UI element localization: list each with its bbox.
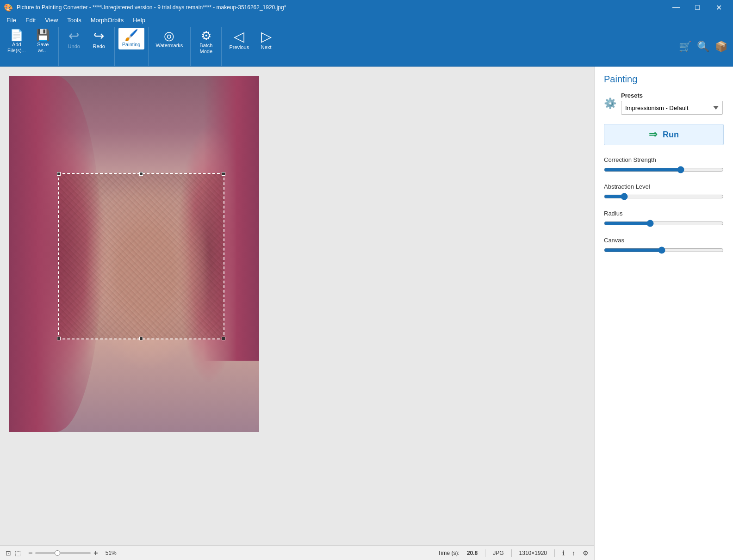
selection-handle-tl[interactable] bbox=[57, 172, 61, 176]
radius-slider[interactable] bbox=[604, 220, 724, 227]
batch-label: BatchMode bbox=[199, 43, 212, 55]
watermarks-button[interactable]: ◎ Watermarks bbox=[152, 28, 187, 50]
ribbon-row: 📄 AddFile(s)... 💾 Saveas... bbox=[4, 28, 55, 55]
watermarks-icon: ◎ bbox=[164, 30, 174, 42]
run-arrow-icon: ⇒ bbox=[649, 129, 657, 141]
zoom-controls: − + bbox=[28, 549, 98, 557]
abstraction-level-label: Abstraction Level bbox=[604, 183, 724, 190]
ribbon-row-painting: 🖌️ Painting bbox=[118, 28, 144, 49]
previous-button[interactable]: ◁ Previous bbox=[225, 28, 253, 52]
time-label: Time (s): bbox=[438, 550, 460, 556]
presets-label: Presets bbox=[621, 92, 723, 99]
info-icon[interactable]: ℹ bbox=[562, 549, 565, 557]
separator3 bbox=[554, 549, 555, 557]
ribbon-group-file: 📄 AddFile(s)... 💾 Saveas... bbox=[0, 27, 59, 66]
title-bar-left: 🎨 Picture to Painting Converter - ****Un… bbox=[4, 3, 286, 12]
time-value: 20.8 bbox=[467, 550, 478, 556]
save-as-button[interactable]: 💾 Saveas... bbox=[31, 28, 55, 55]
share-icon[interactable]: ↑ bbox=[572, 549, 575, 557]
save-icon: 💾 bbox=[36, 30, 50, 41]
add-file-button[interactable]: 📄 AddFile(s)... bbox=[4, 28, 30, 55]
main-image bbox=[9, 76, 259, 432]
canvas-content[interactable] bbox=[0, 67, 594, 545]
undo-icon: ↩ bbox=[68, 30, 79, 43]
next-label: Next bbox=[261, 44, 272, 50]
batch-icon: ⚙ bbox=[201, 30, 211, 42]
menu-bar: File Edit View Tools MorphOrbits Help bbox=[0, 15, 733, 25]
correction-strength-slider[interactable] bbox=[604, 166, 724, 173]
image-dimensions: 1310×1920 bbox=[519, 550, 547, 556]
zoom-out-button[interactable]: − bbox=[28, 549, 32, 557]
previous-label: Previous bbox=[229, 44, 249, 50]
redo-label: Redo bbox=[93, 43, 105, 49]
ribbon: 📄 AddFile(s)... 💾 Saveas... ↩ Undo ↪ Red… bbox=[0, 25, 733, 67]
ribbon-group-painting: 🖌️ Painting bbox=[115, 27, 149, 66]
menu-help[interactable]: Help bbox=[128, 16, 150, 25]
menu-softorbits[interactable]: MorphOrbits bbox=[86, 16, 129, 25]
abstraction-level-section: Abstraction Level bbox=[604, 183, 724, 202]
canvas-section: Canvas bbox=[604, 237, 724, 255]
add-file-label: AddFile(s)... bbox=[7, 42, 26, 54]
panel-title: Painting bbox=[595, 67, 733, 88]
main-layout: ⊡ ⬚ − + 51% Time (s): 20.8 JPG 1310×1920… bbox=[0, 67, 733, 560]
title-bar-controls: — □ ✕ bbox=[665, 0, 729, 15]
presets-icon: ⚙️ bbox=[604, 98, 616, 110]
app-title: Picture to Painting Converter - ****Unre… bbox=[17, 4, 286, 11]
title-bar: 🎨 Picture to Painting Converter - ****Un… bbox=[0, 0, 733, 15]
selection-handle-br[interactable] bbox=[222, 337, 225, 340]
right-panel: Painting ⚙️ Presets Impressionism - Defa… bbox=[594, 67, 733, 560]
image-wrapper bbox=[9, 76, 259, 432]
ribbon-group-nav: ◁ Previous ▷ Next bbox=[222, 27, 281, 66]
canvas-area: ⊡ ⬚ − + 51% Time (s): 20.8 JPG 1310×1920… bbox=[0, 67, 594, 560]
presets-dropdown[interactable]: Impressionism - Default Oil Painting Wat… bbox=[621, 101, 723, 115]
painting-icon: 🖌️ bbox=[124, 30, 138, 41]
selection-handle-tr[interactable] bbox=[222, 172, 225, 176]
painting-button[interactable]: 🖌️ Painting bbox=[118, 28, 144, 49]
previous-icon: ◁ bbox=[234, 30, 244, 43]
frame-icon[interactable]: ⬚ bbox=[15, 549, 21, 557]
selection-box[interactable] bbox=[58, 173, 224, 339]
ribbon-group-history: ↩ Undo ↪ Redo bbox=[59, 27, 115, 66]
menu-edit[interactable]: Edit bbox=[21, 16, 40, 25]
redo-button[interactable]: ↪ Redo bbox=[87, 28, 111, 51]
cart-icon[interactable]: 🛒 bbox=[679, 41, 691, 53]
ribbon-row-history: ↩ Undo ↪ Redo bbox=[62, 28, 111, 51]
separator bbox=[485, 549, 485, 557]
ribbon-right-icons: 🛒 🔍 📦 bbox=[679, 27, 733, 66]
fit-icon[interactable]: ⊡ bbox=[6, 549, 11, 557]
canvas-slider[interactable] bbox=[604, 246, 724, 254]
minimize-button[interactable]: — bbox=[665, 0, 687, 15]
correction-strength-label: Correction Strength bbox=[604, 156, 724, 163]
ribbon-row-batch: ⚙ BatchMode bbox=[194, 28, 217, 56]
statusbar-icons: ⊡ ⬚ bbox=[6, 549, 21, 557]
run-button[interactable]: ⇒ Run bbox=[604, 124, 724, 145]
abstraction-level-slider[interactable] bbox=[604, 193, 724, 200]
package-icon[interactable]: 📦 bbox=[715, 41, 727, 53]
next-button[interactable]: ▷ Next bbox=[255, 28, 278, 52]
radius-section: Radius bbox=[604, 210, 724, 228]
zoom-in-button[interactable]: + bbox=[93, 549, 98, 557]
add-file-icon: 📄 bbox=[10, 30, 24, 41]
zoom-track[interactable] bbox=[35, 552, 91, 554]
zoom-thumb[interactable] bbox=[55, 550, 60, 556]
selection-handle-tm[interactable] bbox=[139, 172, 143, 176]
app-icon: 🎨 bbox=[4, 3, 13, 12]
settings-icon[interactable]: ⚙ bbox=[583, 549, 589, 557]
menu-view[interactable]: View bbox=[40, 16, 62, 25]
save-as-label: Saveas... bbox=[37, 42, 49, 54]
image-format: JPG bbox=[493, 550, 503, 556]
painting-label: Painting bbox=[122, 42, 141, 48]
separator2 bbox=[511, 549, 512, 557]
close-button[interactable]: ✕ bbox=[708, 0, 729, 15]
ribbon-group-watermarks: ◎ Watermarks bbox=[149, 27, 191, 66]
menu-tools[interactable]: Tools bbox=[62, 16, 86, 25]
search-icon[interactable]: 🔍 bbox=[697, 41, 709, 53]
maximize-button[interactable]: □ bbox=[687, 0, 708, 15]
selection-handle-bl[interactable] bbox=[57, 337, 61, 340]
selection-handle-bm[interactable] bbox=[139, 337, 143, 340]
canvas-statusbar: ⊡ ⬚ − + 51% Time (s): 20.8 JPG 1310×1920… bbox=[0, 545, 594, 560]
batch-mode-button[interactable]: ⚙ BatchMode bbox=[194, 28, 217, 56]
statusbar-right: Time (s): 20.8 JPG 1310×1920 ℹ ↑ ⚙ bbox=[438, 549, 589, 557]
undo-button[interactable]: ↩ Undo bbox=[62, 28, 86, 51]
menu-file[interactable]: File bbox=[2, 16, 21, 25]
